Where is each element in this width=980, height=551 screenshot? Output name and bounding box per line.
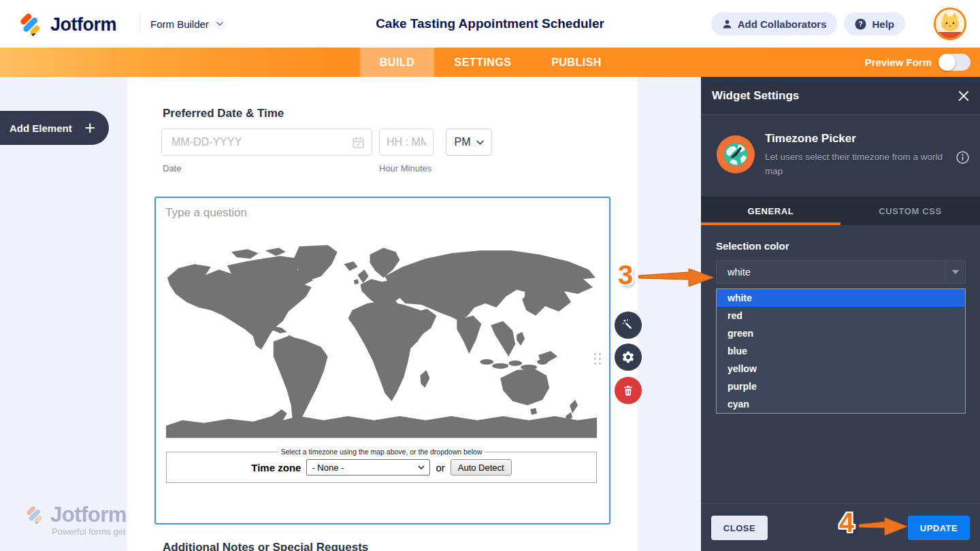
- form-canvas: Preferred Date & Time PM Date Hour Minut…: [127, 77, 638, 551]
- help-button[interactable]: ? Help: [844, 12, 905, 35]
- annotation-step-3: 3: [618, 260, 633, 290]
- next-question-label: Additional Notes or Special Requests: [163, 541, 368, 551]
- selection-color-label: Selection color: [716, 240, 789, 252]
- gear-icon: [621, 350, 635, 364]
- preview-form-toggle[interactable]: [938, 54, 970, 71]
- panel-title: Widget Settings: [712, 89, 799, 103]
- chevron-down-icon: [476, 140, 484, 145]
- option-yellow[interactable]: yellow: [717, 360, 965, 378]
- settings-button[interactable]: [615, 344, 642, 371]
- update-button[interactable]: UPDATE: [908, 516, 970, 540]
- world-map-image[interactable]: [166, 245, 597, 438]
- option-blue[interactable]: blue: [717, 342, 965, 360]
- time-input[interactable]: [379, 129, 434, 156]
- tab-general[interactable]: GENERAL: [701, 197, 840, 225]
- panel-header: Widget Settings: [701, 77, 980, 115]
- header-actions: Add Collaborators ? Help: [711, 12, 905, 35]
- chevron-down-icon: [418, 465, 425, 469]
- or-label: or: [436, 462, 444, 473]
- tab-settings[interactable]: SETTINGS: [434, 48, 532, 77]
- tab-build[interactable]: BUILD: [360, 48, 434, 77]
- builder-nav: BUILD SETTINGS PUBLISH Preview Form: [0, 48, 980, 77]
- timezone-fieldset: Select a timezone using the map above, o…: [166, 448, 597, 483]
- preview-form-control: Preview Form: [865, 48, 970, 77]
- close-button[interactable]: CLOSE: [711, 516, 768, 540]
- svg-text:?: ?: [859, 20, 863, 28]
- jotform-logo-icon: [24, 505, 45, 525]
- selection-color-select[interactable]: white: [716, 261, 966, 284]
- add-collaborators-button[interactable]: Add Collaborators: [711, 12, 838, 35]
- widget-description: Let users select their timezone from a w…: [765, 150, 954, 178]
- avatar[interactable]: [934, 7, 966, 40]
- option-white[interactable]: white: [717, 289, 965, 307]
- time-sublabel: Hour Minutes: [379, 163, 431, 173]
- drag-handle-icon[interactable]: [594, 353, 601, 365]
- tab-custom-css[interactable]: CUSTOM CSS: [840, 197, 980, 225]
- widget-name: Timezone Picker: [765, 132, 856, 146]
- preview-form-label: Preview Form: [865, 56, 932, 68]
- datetime-question-label: Preferred Date & Time: [163, 107, 284, 120]
- add-element-button[interactable]: Add Element +: [0, 111, 109, 145]
- widget-settings-panel: Widget Settings Timezone Picker Let user…: [701, 77, 980, 551]
- builder-nav-tabs: BUILD SETTINGS PUBLISH: [360, 48, 621, 77]
- annotation-step-4: 4: [839, 507, 854, 538]
- auto-detect-button[interactable]: Auto Detect: [451, 459, 512, 475]
- selection-color-value: white: [717, 267, 751, 278]
- widget-info-section: Timezone Picker Let users select their t…: [701, 116, 980, 197]
- user-icon: [722, 19, 732, 29]
- annotation-arrow-4: [859, 517, 908, 536]
- trash-icon: [622, 384, 634, 397]
- app-header: Jotform Form Builder Cake Tasting Appoin…: [0, 0, 980, 48]
- timezone-widget-question[interactable]: Type a question: [154, 197, 610, 524]
- date-input[interactable]: [161, 129, 372, 156]
- question-icon: ?: [855, 18, 866, 30]
- date-sublabel: Date: [163, 163, 181, 173]
- timezone-label: Time zone: [251, 462, 301, 473]
- option-green[interactable]: green: [717, 324, 965, 342]
- selection-color-options: white red green blue yellow purple cyan: [716, 288, 966, 414]
- toggle-knob: [938, 54, 956, 71]
- timezone-legend: Select a timezone using the map above, o…: [278, 448, 485, 456]
- ampm-select[interactable]: PM: [446, 129, 492, 156]
- annotation-arrow-3: [638, 268, 715, 287]
- option-red[interactable]: red: [717, 307, 965, 324]
- option-purple[interactable]: purple: [717, 378, 965, 395]
- panel-tabs: GENERAL CUSTOM CSS: [701, 197, 980, 225]
- calendar-icon[interactable]: [352, 136, 365, 149]
- timezone-select[interactable]: - None -: [306, 459, 430, 475]
- delete-button[interactable]: [615, 377, 642, 404]
- plus-icon: +: [84, 119, 95, 137]
- wizard-button[interactable]: [615, 312, 642, 339]
- close-icon[interactable]: [958, 90, 969, 101]
- dropdown-arrow-icon[interactable]: [945, 261, 965, 283]
- widget-question-placeholder[interactable]: Type a question: [165, 206, 247, 220]
- magic-wand-icon: [621, 318, 635, 332]
- option-cyan[interactable]: cyan: [717, 395, 965, 413]
- tab-publish[interactable]: PUBLISH: [532, 48, 621, 77]
- info-icon[interactable]: [956, 151, 969, 164]
- timezone-widget-icon: [716, 135, 755, 174]
